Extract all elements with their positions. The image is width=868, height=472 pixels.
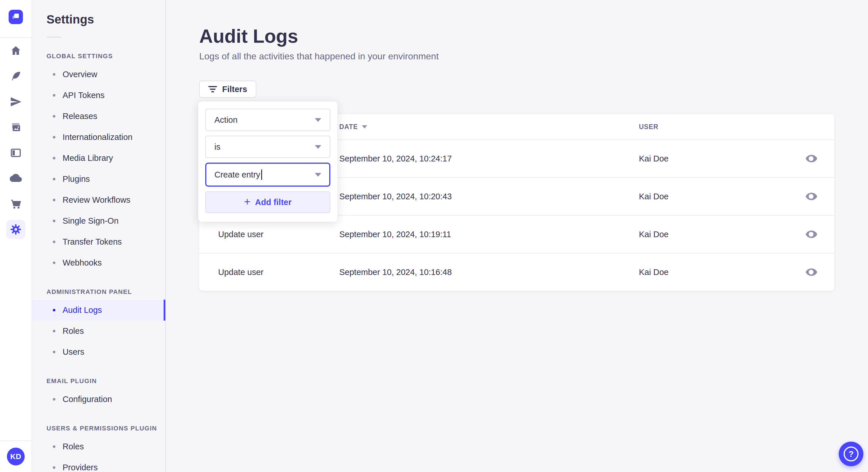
filter-value-text: Create entry <box>214 170 260 179</box>
cloud-icon <box>10 172 22 184</box>
cell-user: Kai Doe <box>639 253 788 291</box>
subnav-title: Settings <box>46 12 165 26</box>
page-subtitle: Logs of all the activities that happened… <box>199 51 834 62</box>
divider <box>47 37 61 38</box>
filters-button-label: Filters <box>222 85 247 94</box>
cell-date: September 10, 2024, 10:16:48 <box>339 253 639 291</box>
sidebar-item-overview[interactable]: Overview <box>32 64 165 85</box>
sidebar-item-home[interactable] <box>0 38 32 63</box>
chevron-down-icon <box>315 118 321 122</box>
sidebar-item-media-library[interactable] <box>0 114 32 140</box>
sidebar-item-content-type-builder[interactable] <box>0 140 32 165</box>
section-label: ADMINISTRATION PANEL <box>46 288 165 296</box>
sidebar-item-label: Plugins <box>63 174 90 184</box>
sidebar-item-label: Audit Logs <box>63 305 102 315</box>
view-details-button[interactable] <box>803 188 820 205</box>
sidebar-item-transfer-tokens[interactable]: Transfer Tokens <box>32 231 165 252</box>
view-details-button[interactable] <box>803 226 820 243</box>
column-header-actions <box>788 114 834 140</box>
sidebar-item-audit-logs[interactable]: Audit Logs <box>32 300 165 321</box>
sidebar-item-plugins[interactable]: Plugins <box>32 169 165 190</box>
sidebar-item-review-workflows[interactable]: Review Workflows <box>32 190 165 210</box>
filters-button[interactable]: Filters <box>199 80 256 98</box>
feather-icon <box>10 70 22 82</box>
sidebar-item-releases[interactable] <box>0 89 32 114</box>
bullet-icon <box>53 136 55 138</box>
sidebar-item-webhooks[interactable]: Webhooks <box>32 252 165 273</box>
help-button[interactable]: ? <box>839 442 863 466</box>
main-content: Audit Logs Logs of all the activities th… <box>166 0 868 472</box>
sidebar-item-internationalization[interactable]: Internationalization <box>32 127 165 148</box>
view-details-button[interactable] <box>803 150 820 167</box>
sidebar-item-label: Configuration <box>63 395 112 404</box>
eye-icon <box>805 152 818 165</box>
bullet-icon <box>53 178 55 180</box>
sidebar-item-up-roles[interactable]: Roles <box>32 436 165 457</box>
section-users-permissions-plugin: USERS & PERMISSIONS PLUGIN Roles Provide… <box>32 425 165 472</box>
sidebar-item-releases[interactable]: Releases <box>32 106 165 127</box>
images-icon <box>10 121 22 133</box>
sidebar-item-label: Single Sign-On <box>63 216 119 226</box>
eye-icon <box>805 266 818 279</box>
paper-plane-icon <box>10 96 22 108</box>
filter-field-value: Action <box>214 115 238 125</box>
view-details-button[interactable] <box>803 264 820 280</box>
filter-value-select[interactable]: Create entry <box>205 163 330 187</box>
bullet-icon <box>53 157 55 160</box>
question-mark-icon: ? <box>844 446 859 461</box>
sidebar-item-label: Users <box>63 347 84 357</box>
active-indicator <box>164 300 165 321</box>
text-cursor <box>261 169 262 180</box>
sidebar-item-email-configuration[interactable]: Configuration <box>32 389 165 410</box>
user-avatar[interactable]: KD <box>7 448 25 465</box>
sidebar-item-up-providers[interactable]: Providers <box>32 457 165 472</box>
bullet-icon <box>53 262 55 264</box>
eye-icon <box>805 228 818 241</box>
eye-icon <box>805 190 818 203</box>
sidebar-item-label: Review Workflows <box>63 195 130 205</box>
sidebar-item-label: Transfer Tokens <box>63 237 122 247</box>
sidebar-item-deploy[interactable] <box>0 165 32 191</box>
filter-icon <box>208 86 217 92</box>
date-sort-control[interactable]: DATE <box>339 123 367 131</box>
sidebar-item-media-library[interactable]: Media Library <box>32 148 165 169</box>
chevron-down-icon <box>315 145 321 149</box>
sidebar-item-label: Internationalization <box>63 133 132 142</box>
sidebar-item-label: API Tokens <box>63 91 104 100</box>
bullet-icon <box>53 466 55 469</box>
filter-popover: Action is Create entry + Add filter <box>198 101 338 222</box>
sidebar-item-admin-roles[interactable]: Roles <box>32 321 165 341</box>
shopping-cart-icon <box>10 198 22 210</box>
section-global-settings: GLOBAL SETTINGS Overview API Tokens Rele… <box>32 53 165 273</box>
filter-operator-select[interactable]: is <box>205 136 330 158</box>
sidebar-item-settings[interactable] <box>0 216 32 242</box>
cell-user: Kai Doe <box>639 215 788 253</box>
sidebar-item-marketplace[interactable] <box>0 191 32 216</box>
layout-panel-icon <box>10 147 22 159</box>
app-icon-sidebar: KD <box>0 0 32 472</box>
bullet-icon <box>53 309 55 311</box>
settings-sub-nav: Settings GLOBAL SETTINGS Overview API To… <box>32 0 166 472</box>
sidebar-item-api-tokens[interactable]: API Tokens <box>32 85 165 106</box>
cell-user: Kai Doe <box>639 140 788 177</box>
column-header-date-label: DATE <box>339 123 358 131</box>
bullet-icon <box>53 398 55 401</box>
bullet-icon <box>53 445 55 448</box>
chevron-down-icon <box>315 173 321 177</box>
sidebar-item-label: Roles <box>63 442 84 451</box>
add-filter-label: Add filter <box>255 198 291 207</box>
bullet-icon <box>53 199 55 201</box>
sidebar-item-content-manager[interactable] <box>0 63 32 89</box>
section-label: EMAIL PLUGIN <box>46 377 165 385</box>
section-email-plugin: EMAIL PLUGIN Configuration <box>32 377 165 410</box>
bullet-icon <box>53 351 55 353</box>
sidebar-item-label: Webhooks <box>63 258 102 268</box>
bullet-icon <box>53 115 55 117</box>
column-header-date: DATE <box>339 114 639 140</box>
filter-field-select[interactable]: Action <box>205 109 330 131</box>
strapi-logo <box>9 10 23 24</box>
sidebar-item-single-sign-on[interactable]: Single Sign-On <box>32 210 165 231</box>
add-filter-button[interactable]: + Add filter <box>205 191 330 213</box>
sidebar-item-admin-users[interactable]: Users <box>32 341 165 363</box>
bullet-icon <box>53 73 55 76</box>
